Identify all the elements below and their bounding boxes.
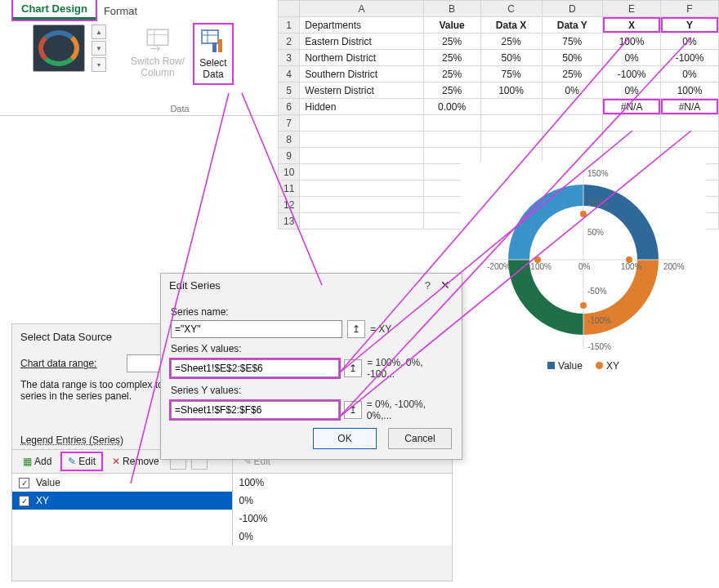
cell[interactable]: #N/A bbox=[661, 99, 719, 115]
cell[interactable]: 0% bbox=[603, 50, 661, 66]
list-item[interactable]: 100% bbox=[233, 474, 453, 492]
list-item[interactable]: 0% bbox=[233, 528, 453, 546]
row-header[interactable]: 8 bbox=[279, 131, 300, 148]
cell[interactable]: 50% bbox=[480, 50, 542, 66]
series-list[interactable]: ✓Value ✓XY bbox=[12, 474, 232, 546]
cell[interactable]: -100% bbox=[603, 66, 661, 82]
cell[interactable] bbox=[300, 180, 423, 197]
cell[interactable]: 0.00% bbox=[423, 99, 480, 115]
range-picker-icon[interactable]: ↥ bbox=[347, 320, 365, 338]
cell[interactable] bbox=[480, 131, 542, 148]
cell[interactable]: Departments bbox=[300, 17, 423, 33]
chart-style-preview[interactable] bbox=[33, 24, 85, 72]
cell[interactable] bbox=[423, 115, 480, 131]
cell[interactable]: Y bbox=[661, 17, 719, 33]
cell[interactable] bbox=[542, 131, 603, 148]
series-name-input[interactable] bbox=[171, 320, 342, 338]
row-header[interactable]: 4 bbox=[279, 66, 300, 82]
cell[interactable]: Hidden bbox=[300, 99, 423, 115]
row-header[interactable]: 7 bbox=[279, 115, 300, 131]
cell[interactable]: Western District bbox=[300, 82, 423, 99]
list-item[interactable]: -100% bbox=[233, 510, 453, 528]
cell[interactable] bbox=[603, 131, 661, 148]
cell[interactable]: Data X bbox=[480, 17, 542, 33]
cell[interactable]: Value bbox=[423, 17, 480, 33]
series-y-input[interactable] bbox=[171, 401, 339, 419]
cell[interactable] bbox=[300, 197, 423, 213]
cell[interactable]: X bbox=[603, 17, 661, 33]
range-picker-icon[interactable]: ↥ bbox=[344, 359, 362, 377]
cell[interactable]: 25% bbox=[423, 82, 480, 99]
row-header[interactable]: 6 bbox=[279, 99, 300, 115]
cell[interactable] bbox=[300, 148, 423, 164]
cell[interactable]: 50% bbox=[542, 50, 603, 66]
row-header[interactable]: 2 bbox=[279, 33, 300, 50]
cell[interactable] bbox=[300, 131, 423, 148]
row-header[interactable]: 9 bbox=[279, 148, 300, 164]
checkbox-icon[interactable]: ✓ bbox=[19, 478, 29, 488]
row-header[interactable]: 1 bbox=[279, 17, 300, 33]
row-header[interactable]: 11 bbox=[279, 180, 300, 197]
cell[interactable]: 0% bbox=[542, 82, 603, 99]
cell[interactable] bbox=[542, 99, 603, 115]
series-edit-button[interactable]: ✎Edit bbox=[62, 453, 101, 470]
cell[interactable]: 0% bbox=[661, 33, 719, 50]
row-header[interactable]: 3 bbox=[279, 50, 300, 66]
chart-area[interactable]: -200% -100% 0% 100% 200% 150% 100% 50% -… bbox=[461, 162, 706, 399]
cell[interactable]: 25% bbox=[542, 66, 603, 82]
series-remove-button[interactable]: ✕Remove bbox=[106, 453, 165, 470]
cell[interactable] bbox=[300, 115, 423, 131]
cell[interactable]: 75% bbox=[542, 33, 603, 50]
styles-more-button[interactable]: ▾ bbox=[92, 57, 106, 72]
axis-labels-list[interactable]: 100% 0% -100% 0% bbox=[233, 474, 453, 546]
col-header[interactable]: D bbox=[542, 1, 603, 17]
cell[interactable]: 75% bbox=[480, 66, 542, 82]
cell[interactable] bbox=[661, 131, 719, 148]
styles-up-button[interactable]: ▲ bbox=[92, 24, 106, 39]
cell[interactable]: 0% bbox=[603, 82, 661, 99]
col-header[interactable]: E bbox=[603, 1, 661, 17]
tab-format[interactable]: Format bbox=[96, 2, 145, 20]
cell[interactable] bbox=[423, 131, 480, 148]
cell[interactable]: 0% bbox=[661, 66, 719, 82]
col-header[interactable]: C bbox=[480, 1, 542, 17]
series-add-button[interactable]: ▦Add bbox=[17, 453, 57, 470]
cell[interactable] bbox=[480, 99, 542, 115]
row-header[interactable]: 13 bbox=[279, 213, 300, 229]
styles-down-button[interactable]: ▼ bbox=[92, 41, 106, 56]
series-item-xy[interactable]: ✓XY bbox=[12, 492, 232, 510]
cell[interactable] bbox=[542, 115, 603, 131]
cell[interactable]: 25% bbox=[423, 50, 480, 66]
col-header[interactable]: F bbox=[661, 1, 719, 17]
col-header[interactable]: A bbox=[300, 1, 423, 17]
cell[interactable]: Northern District bbox=[300, 50, 423, 66]
list-item[interactable]: 0% bbox=[233, 492, 453, 510]
range-picker-icon[interactable]: ↥ bbox=[344, 401, 362, 419]
cell[interactable]: 25% bbox=[423, 66, 480, 82]
cell[interactable] bbox=[300, 213, 423, 229]
cell[interactable] bbox=[603, 115, 661, 131]
cell[interactable]: 25% bbox=[423, 33, 480, 50]
cell[interactable] bbox=[480, 115, 542, 131]
ok-button[interactable]: OK bbox=[313, 428, 377, 449]
series-item-value[interactable]: ✓Value bbox=[12, 474, 232, 492]
cell[interactable]: 100% bbox=[661, 82, 719, 99]
tab-chart-design[interactable]: Chart Design bbox=[13, 0, 96, 20]
close-icon[interactable]: ✕ bbox=[437, 278, 453, 292]
row-header[interactable]: 10 bbox=[279, 164, 300, 180]
series-x-input[interactable] bbox=[171, 359, 339, 377]
cell[interactable]: #N/A bbox=[603, 99, 661, 115]
cell[interactable]: 100% bbox=[480, 82, 542, 99]
cell[interactable]: 25% bbox=[480, 33, 542, 50]
cell[interactable]: Southern District bbox=[300, 66, 423, 82]
cell[interactable]: -100% bbox=[661, 50, 719, 66]
select-data-button[interactable]: Select Data bbox=[194, 24, 232, 83]
corner-cell[interactable] bbox=[279, 1, 300, 17]
col-header[interactable]: B bbox=[423, 1, 480, 17]
cell[interactable]: 100% bbox=[603, 33, 661, 50]
cell[interactable]: Data Y bbox=[542, 17, 603, 33]
cell[interactable] bbox=[661, 115, 719, 131]
row-header[interactable]: 5 bbox=[279, 82, 300, 99]
cell[interactable]: Eastern District bbox=[300, 33, 423, 50]
help-icon[interactable]: ? bbox=[418, 279, 437, 292]
